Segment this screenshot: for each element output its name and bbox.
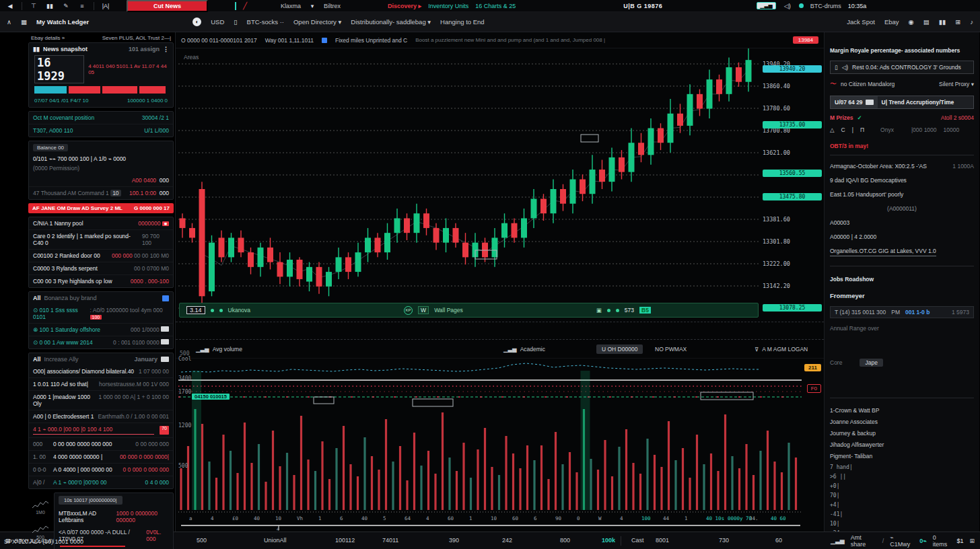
- order-row[interactable]: C0000 3 Rylands serpent 00 0 0700 M0: [29, 262, 173, 274]
- mini-button[interactable]: Π: [860, 126, 864, 133]
- watch-list-item[interactable]: Pigment- Taliban: [830, 453, 974, 460]
- segment-option[interactable]: T (14) 315 0011 300: [835, 309, 886, 316]
- camera-icon[interactable]: ◉: [909, 18, 914, 26]
- chart-symbol-label[interactable]: O 0000 00 011-0000101 2017: [181, 37, 257, 44]
- january-label[interactable]: January: [134, 356, 158, 363]
- list-item[interactable]: A|0 / A 1 ⌁ 000'0 |00'00 00 0 4 0 000: [29, 476, 173, 488]
- pair-label[interactable]: BTC-drums: [810, 3, 841, 9]
- watchlist-title[interactable]: My Watch Ledger: [36, 18, 89, 26]
- symbol-menu[interactable]: BTC-socks ··: [247, 18, 284, 26]
- blue-badge[interactable]: [162, 295, 169, 301]
- discovery-alert[interactable]: Discovery ▸: [388, 3, 421, 9]
- candlestick-canvas[interactable]: 13940.2013860.4013780.6013700.8013621.00…: [176, 48, 824, 322]
- red-outline-badge[interactable]: F0: [807, 384, 821, 393]
- klaxma-menu[interactable]: Klaxma: [281, 3, 301, 9]
- tab-left[interactable]: U/07 64 29: [831, 96, 878, 108]
- list-item[interactable]: A00 | 0 Electrodessert 1 Earthmath.0 / 1…: [29, 410, 173, 423]
- academic-toggle[interactable]: ▁▃▅ Academic: [503, 346, 545, 353]
- list-item[interactable]: 0 0-0 A 0 4000 | 000 0000 00 0 0 000 0 0…: [29, 463, 173, 476]
- status-item[interactable]: 730: [719, 537, 729, 544]
- mini-button[interactable]: C: [841, 126, 845, 133]
- usd-label[interactable]: USD: [211, 18, 224, 26]
- candlestick-chart[interactable]: 13940.2013860.4013780.6013700.8013621.00…: [176, 48, 824, 322]
- pin-tool-icon[interactable]: ⊤: [29, 3, 38, 9]
- chart-icon[interactable]: ▁▃▅: [831, 538, 845, 544]
- watch-list-item[interactable]: 1-Crown & Watt BP: [830, 407, 974, 414]
- position-row[interactable]: T307, A000 110U/1 L/000: [29, 124, 173, 137]
- list-item[interactable]: A000 1 |meadow 1000 Oly 1 000 00 00 A| 1…: [29, 390, 173, 410]
- prizes-label[interactable]: M Prizes: [830, 114, 853, 121]
- bars-icon[interactable]: ▮▮: [939, 18, 946, 26]
- search-input[interactable]: ▯ ◁) Rest 0.04: Ads CONTROLOGY 3' Ground…: [830, 61, 974, 74]
- apps-grid-icon[interactable]: ⊞: [969, 538, 975, 544]
- news-button[interactable]: Cut News: [127, 0, 208, 12]
- position-row[interactable]: Oct M covenant position30004 /2 1: [29, 112, 173, 124]
- order-row[interactable]: Care 0 2 Identify | 1 marked po sound-C4…: [29, 229, 173, 249]
- brush-tool-icon[interactable]: ✎: [61, 3, 71, 9]
- mini-sparkline[interactable]: 500: [28, 524, 53, 540]
- layout-tool-icon[interactable]: ▮▮: [45, 3, 55, 9]
- order-row[interactable]: C00 00 3 Rye highlands op low 0000 . 000…: [29, 274, 173, 287]
- jape-button[interactable]: Jape: [860, 359, 882, 367]
- list-item[interactable]: O00| associations/ Diamond bilateral.40 …: [29, 365, 173, 377]
- kp-circle-icon[interactable]: KP: [404, 306, 413, 315]
- inventory-alert[interactable]: Inventory Units: [428, 3, 468, 9]
- segment-option[interactable]: 001 1-0 b: [905, 309, 930, 316]
- flag-icon[interactable]: [322, 38, 327, 43]
- sidebar-header-left[interactable]: Ebay details »: [31, 35, 65, 41]
- list-item[interactable]: 1 0.01 110 Ad so that| horsestrausse.M 0…: [29, 377, 173, 390]
- mby-label[interactable]: ⌁ C1Mwy: [890, 534, 913, 548]
- status-item[interactable]: 74011: [382, 537, 398, 544]
- status-item[interactable]: 100112: [335, 537, 355, 544]
- form-field[interactable]: Armagnac-October Area: X00:2.5 -'AS 1 10…: [830, 163, 974, 170]
- text-tool-icon[interactable]: |A|: [101, 3, 110, 9]
- status-item[interactable]: 242: [502, 537, 512, 544]
- price-badge[interactable]: 13560.55: [763, 170, 822, 177]
- num-button[interactable]: 10000: [944, 126, 960, 133]
- session-strip[interactable]: 3.14 Ukanova KP W Wall Pages ▣ 573 B5: [179, 303, 759, 318]
- onyx-button[interactable]: Onyx: [880, 126, 894, 133]
- price-badge[interactable]: 13735.00: [763, 121, 822, 129]
- sidebar-header-right[interactable]: Seven PLUS, AOL Trust 2—|: [102, 35, 171, 41]
- status-item[interactable]: 390: [449, 537, 459, 544]
- status-item[interactable]: 100k: [602, 537, 615, 544]
- pwmax-label[interactable]: NO PWMAX: [655, 346, 687, 353]
- price-badge[interactable]: 13475.80: [763, 193, 822, 200]
- form-field[interactable]: Organelles.OT.CG GIG at Lakes, VVV 1.0: [830, 248, 974, 256]
- volume-canvas[interactable]: a4£04010Vh1640564460110606900W410044140 …: [176, 359, 824, 532]
- mini-button[interactable]: |: [852, 126, 853, 133]
- more-icon[interactable]: ⋮: [163, 46, 169, 52]
- price-badge[interactable]: 13940.20: [763, 65, 822, 73]
- mini-sparkline[interactable]: 1M0: [28, 499, 53, 515]
- amt-share-label[interactable]: Amt share: [851, 534, 876, 548]
- status-item[interactable]: Cast: [631, 537, 644, 544]
- agm-logan-toggle[interactable]: ⊽ A M AGM LOGAN: [755, 346, 808, 353]
- shapes-tool-icon[interactable]: ≡: [77, 3, 87, 9]
- status-item[interactable]: 800: [560, 537, 570, 544]
- price-alert-badge[interactable]: 13984: [793, 36, 818, 44]
- form-field[interactable]: (A0000011): [830, 205, 974, 212]
- clip-icon[interactable]: ▣: [596, 307, 602, 314]
- list-item[interactable]: 4 1 ⌁ 000.0 |00 00 |0 100 4 100 70: [29, 423, 173, 437]
- watch-list-item[interactable]: Joanne Associates: [830, 418, 974, 425]
- status-item[interactable]: 8001: [656, 537, 669, 544]
- list-item[interactable]: 1. 00 4 000 0000 00000 | 00 000 0 000 00…: [29, 450, 173, 463]
- segment-option[interactable]: PM: [891, 309, 900, 316]
- order-row[interactable]: C/NIA 1 Nanny pool 0000000 ■: [29, 217, 173, 229]
- phone-icon[interactable]: ▯: [234, 18, 237, 26]
- form-field[interactable]: East 1.05 Handupsort' poorly: [830, 191, 974, 198]
- form-field[interactable]: A00000 | 4 2.0000: [830, 233, 974, 240]
- price-badge[interactable]: 13078.25: [763, 304, 822, 312]
- volume-chart[interactable]: Cool a4£04010Vh1640564460110606900W41004…: [176, 359, 824, 532]
- indicator-box-button[interactable]: U OH D00000: [596, 344, 643, 354]
- list-item[interactable]: ⊕ 100 1 Saturday offshore 000 1/0000: [29, 323, 173, 336]
- order-row[interactable]: C00100 2 Ranked door 00 000 000 00 00 10…: [29, 249, 173, 262]
- bell-icon[interactable]: ♪: [970, 18, 973, 26]
- collapse-icon[interactable]: ∧: [7, 18, 11, 26]
- news-head[interactable]: 10s 10017 |000000000|: [59, 496, 123, 505]
- grid-icon[interactable]: ▦: [21, 18, 27, 26]
- panel-divider[interactable]: [176, 322, 824, 340]
- speaker-icon[interactable]: ◁): [783, 3, 792, 9]
- white-badge[interactable]: [161, 357, 169, 362]
- settings-menu[interactable]: Distributionally- saddlebag ▾: [351, 18, 431, 26]
